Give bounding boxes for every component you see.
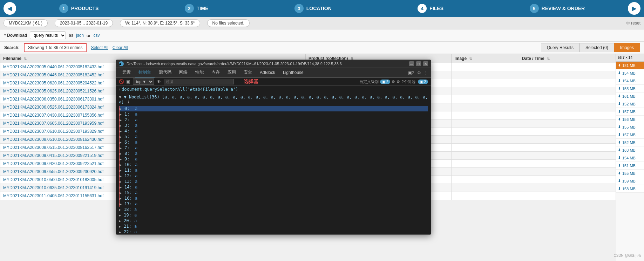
nav-step-files[interactable]: 4 FILES — [418, 4, 443, 13]
console-inspect-button[interactable]: ▣ — [126, 79, 130, 84]
console-context-select[interactable]: top ▼ — [133, 78, 154, 85]
file-link[interactable]: MYD021KM.A2023005.0625.061.2023005211526… — [3, 89, 103, 94]
file-link[interactable]: MYD021KM.A2023005.0440.061.2023005182433… — [3, 64, 103, 69]
file-size-cell[interactable]: ⬇155 MB — [616, 170, 644, 177]
node-tag: a — [135, 190, 137, 195]
file-size-cell[interactable]: ⬇152 MB — [616, 100, 644, 108]
file-link[interactable]: MYD021KM.A2023008.0515.061.2023008162517… — [3, 145, 103, 150]
csv-link[interactable]: csv — [94, 33, 100, 38]
node-item[interactable]: ▶ 0: a — [119, 106, 428, 111]
file-size-cell[interactable]: ⬇157 MB — [616, 131, 644, 139]
col-image[interactable]: Image ⇅ — [452, 54, 519, 63]
file-link[interactable]: MYD021KM.A2023009.0420.061.2023009222521… — [3, 161, 103, 166]
node-item[interactable]: ▶ 8: a — [119, 151, 428, 156]
more-icon[interactable]: ⋮ — [424, 70, 428, 75]
console-eye-button[interactable]: 👁 — [157, 79, 161, 84]
devtools-tab-security[interactable]: 安全 — [240, 68, 256, 77]
download-select[interactable]: query results — [30, 32, 66, 39]
node-item[interactable]: ▶ 13: a — [119, 179, 428, 184]
settings-icon[interactable]: ⚙ — [417, 70, 421, 75]
devtools-minimize-button[interactable]: — — [409, 61, 414, 66]
file-size-cell[interactable]: ⬇155 MB — [616, 123, 644, 131]
file-size-cell[interactable]: ⬇163 MB — [616, 146, 644, 154]
node-item[interactable]: ▶ 12: a — [119, 173, 428, 179]
tab-query-results[interactable]: Query Results — [541, 43, 579, 52]
file-size-cell[interactable]: ⬇152 MB — [616, 139, 644, 146]
reset-button[interactable]: ⚙ reset — [626, 21, 640, 26]
forward-button[interactable]: ▶ — [628, 2, 640, 15]
file-size-cell[interactable]: ⬇161 MB — [616, 92, 644, 100]
node-item[interactable]: ▶ 10: a — [119, 162, 428, 167]
node-item[interactable]: ▶ 19: a — [119, 212, 428, 218]
node-item[interactable]: ▶ 5: a — [119, 134, 428, 139]
devtools-tab-elements[interactable]: 元素 — [119, 68, 134, 77]
devtools-tab-application[interactable]: 应用 — [224, 68, 239, 77]
node-item[interactable]: ▶ 20: a — [119, 218, 428, 224]
file-link[interactable]: MYD021KM.A2023005.0445.061.2023005182452… — [3, 73, 103, 77]
devtools-tab-memory[interactable]: 内存 — [208, 68, 223, 77]
devtools-tab-lighthouse[interactable]: Lighthouse — [279, 69, 307, 77]
file-link[interactable]: MYD021KM.A2023008.0510.061.2023008162430… — [3, 137, 103, 142]
file-size-cell[interactable]: ⬇151 MB — [616, 162, 644, 170]
node-item[interactable]: ▶ 3: a — [119, 123, 428, 128]
nav-step-products[interactable]: 1 PRODUCTS — [59, 4, 99, 13]
file-link[interactable]: MYD021KM.A2023007.0610.061.2023007193829… — [3, 129, 103, 134]
node-item[interactable]: ▶ 9: a — [119, 156, 428, 162]
devtools-tab-performance[interactable]: 性能 — [192, 68, 207, 77]
file-link[interactable]: MYD021KM.A2023009.0555.061.2023009230920… — [3, 169, 103, 174]
file-size-cell[interactable]: ⬇181 MB — [616, 62, 644, 69]
file-link[interactable]: MYD021KM.A2023009.0415.061.2023009221519… — [3, 153, 103, 158]
node-item[interactable]: ▶ 18: a — [119, 207, 428, 212]
console-clear-button[interactable]: 🚫 — [119, 79, 124, 84]
select-all-button[interactable]: Select All — [91, 45, 108, 50]
node-item[interactable]: ▶ 14: a — [119, 184, 428, 190]
file-size: 158 MB — [622, 187, 636, 191]
devtools-tab-sources[interactable]: 源代码 — [155, 68, 175, 77]
file-link[interactable]: MYD021KM.A2023005.0620.061.2023005204522… — [3, 81, 103, 85]
node-item[interactable]: ▶ 21: a — [119, 224, 428, 229]
node-item[interactable]: ▶ 17: a — [119, 201, 428, 207]
nav-step-location[interactable]: 3 LOCATION — [294, 4, 332, 13]
file-size-cell[interactable]: ⬇155 MB — [616, 85, 644, 92]
file-size-cell[interactable]: ⬇156 MB — [616, 116, 644, 123]
node-item[interactable]: ▶ 2: a — [119, 117, 428, 123]
nav-step-review[interactable]: 5 REVIEW & ORDER — [530, 4, 585, 13]
devtools-close-button[interactable]: ✕ — [423, 61, 428, 66]
node-item[interactable]: ▶ 11: a — [119, 167, 428, 173]
devtools-tab-network[interactable]: 网络 — [176, 68, 191, 77]
file-link[interactable]: MYD021KM.A2023006.0350.061.2023006173301… — [3, 97, 103, 102]
tab-selected[interactable]: Selected (0) — [579, 43, 614, 52]
file-size-cell[interactable]: ⬇154 MB — [616, 154, 644, 162]
file-link[interactable]: MYD021KM.A2023006.0525.061.2023006173824… — [3, 105, 103, 110]
devtools-maximize-button[interactable]: □ — [416, 61, 421, 66]
settings-icon-2[interactable]: ⚙ — [392, 80, 395, 84]
file-link[interactable]: MYD021KM.A2023011.0405.061.2023011155631… — [3, 193, 103, 198]
file-link[interactable]: MYD021KM.A2023010.0500.061.2023010183005… — [3, 177, 103, 182]
file-size-cell[interactable]: ⬇159 MB — [616, 177, 644, 185]
nav-step-time[interactable]: 2 TIME — [185, 4, 208, 13]
node-item[interactable]: ▶ 6: a — [119, 139, 428, 145]
console-input[interactable] — [122, 87, 428, 92]
node-item[interactable]: ▶ 15: a — [119, 190, 428, 195]
file-size-cell[interactable]: ⬇154 MB — [616, 77, 644, 85]
node-item[interactable]: ▶ 4: a — [119, 128, 428, 134]
node-item[interactable]: ▶ 1: a — [119, 111, 428, 117]
node-item[interactable]: ▶ 22: a — [119, 229, 428, 234]
file-link[interactable]: MYD021KM.A2023007.0430.061.2023007155856… — [3, 113, 103, 118]
file-size-cell[interactable]: ⬇157 MB — [616, 108, 644, 116]
file-size-cell[interactable]: ⬇158 MB — [616, 185, 644, 193]
console-filter-input[interactable] — [164, 79, 234, 84]
file-size-cell[interactable]: ⬇154 MB — [616, 69, 644, 77]
devtools-tab-console[interactable]: 控制台 — [135, 68, 155, 77]
file-link[interactable]: MYD021KM.A2023010.0635.061.2023010191419… — [3, 185, 103, 190]
node-item[interactable]: ▶ 7: a — [119, 145, 428, 151]
devtools-tab-adblock[interactable]: AdBlock — [256, 69, 279, 77]
clear-all-button[interactable]: Clear All — [113, 45, 128, 50]
back-button[interactable]: ◀ — [4, 2, 16, 15]
more-options-icon[interactable]: ⚙ — [396, 80, 400, 84]
json-link[interactable]: json — [76, 33, 84, 38]
node-item[interactable]: ▶ 16: a — [119, 195, 428, 201]
tab-images[interactable]: Images — [614, 43, 640, 52]
col-datetime[interactable]: Date / Time ⇅ — [519, 54, 616, 63]
file-link[interactable]: MYD021KM.A2023007.0605.061.2023007193959… — [3, 121, 103, 126]
